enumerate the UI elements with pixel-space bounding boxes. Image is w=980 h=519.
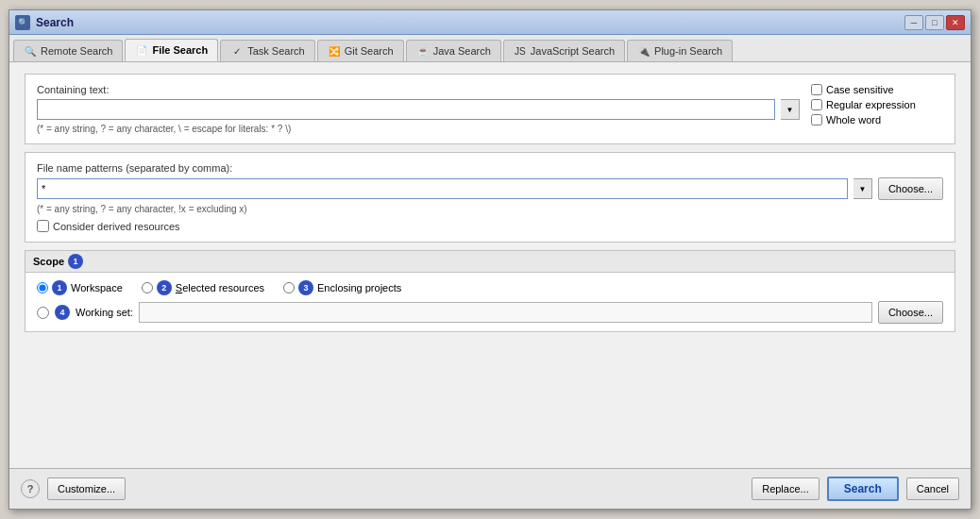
enclosing-projects-option[interactable]: 3 Enclosing projects <box>283 280 401 295</box>
javascript-search-icon: JS <box>514 44 527 58</box>
whole-word-checkbox[interactable] <box>811 114 822 126</box>
git-search-icon: 🔀 <box>328 44 341 58</box>
containing-text-input[interactable] <box>37 99 775 120</box>
scope-label: Scope <box>33 256 64 267</box>
case-sensitive-option[interactable]: Case sensitive <box>811 84 943 95</box>
file-name-group: File name patterns (separated by comma):… <box>25 152 955 243</box>
workspace-badge: 1 <box>52 280 67 295</box>
search-button[interactable]: Search <box>827 477 899 501</box>
close-button[interactable]: ✕ <box>946 15 965 30</box>
remote-search-icon: 🔍 <box>24 44 37 58</box>
case-sensitive-label: Case sensitive <box>826 84 894 95</box>
cancel-button[interactable]: Cancel <box>906 477 959 500</box>
tab-task-search[interactable]: ✓ Task Search <box>220 40 315 61</box>
task-search-icon: ✓ <box>230 44 244 58</box>
case-sensitive-checkbox[interactable] <box>811 84 822 95</box>
scope-badge: 1 <box>68 254 83 269</box>
maximize-button[interactable]: □ <box>925 15 944 30</box>
tabs-bar: 🔍 Remote Search 📄 File Search ✓ Task Sea… <box>9 35 971 62</box>
tab-javascript-search-label: JavaScript Search <box>531 45 615 57</box>
minimize-button[interactable]: ─ <box>904 15 923 30</box>
file-name-hint: (* = any string, ? = any character, !x =… <box>37 204 943 214</box>
main-content: Containing text: ▼ (* = any string, ? = … <box>9 62 971 468</box>
regular-expression-option[interactable]: Regular expression <box>811 99 943 110</box>
selected-radio[interactable] <box>142 282 153 293</box>
containing-text-hint: (* = any string, ? = any character, \ = … <box>37 124 800 134</box>
file-search-icon: 📄 <box>135 43 148 57</box>
consider-derived-checkbox[interactable] <box>37 220 49 232</box>
working-set-radio[interactable] <box>37 307 49 319</box>
selected-badge: 2 <box>157 280 172 295</box>
file-name-choose-button[interactable]: Choose... <box>878 177 943 200</box>
workspace-option[interactable]: 1 Workspace <box>37 280 123 295</box>
tab-java-search[interactable]: ☕ Java Search <box>406 40 501 61</box>
scope-section: Scope 1 1 Workspace 2 Selected resources <box>25 250 955 332</box>
working-set-choose-button[interactable]: Choose... <box>878 301 943 324</box>
whole-word-label: Whole word <box>826 114 881 126</box>
tab-javascript-search[interactable]: JS JavaScript Search <box>503 40 625 61</box>
bottom-bar: ? Customize... Replace... Search Cancel <box>9 468 971 509</box>
containing-left: Containing text: ▼ (* = any string, ? = … <box>37 84 800 134</box>
window-title: Search <box>36 16 904 29</box>
titlebar: 🔍 Search ─ □ ✕ <box>9 10 971 35</box>
containing-row: Containing text: ▼ (* = any string, ? = … <box>37 84 943 134</box>
workspace-label: Workspace <box>71 282 123 293</box>
tab-task-search-label: Task Search <box>247 45 305 57</box>
tab-file-search[interactable]: 📄 File Search <box>125 39 218 61</box>
tab-plugin-search-label: Plug-in Search <box>654 45 722 57</box>
working-set-label: Working set: <box>76 307 133 318</box>
containing-text-input-row: ▼ <box>37 99 800 120</box>
scope-header: Scope 1 <box>25 251 955 273</box>
enclosing-projects-label: Enclosing projects <box>317 282 401 293</box>
plugin-search-icon: 🔌 <box>637 44 651 58</box>
containing-text-label: Containing text: <box>37 84 800 95</box>
selected-resources-option[interactable]: 2 Selected resources <box>142 280 264 295</box>
working-set-row: 4 Working set: Choose... <box>37 301 943 324</box>
working-set-badge: 4 <box>55 305 70 320</box>
tab-java-search-label: Java Search <box>433 45 491 57</box>
file-name-input[interactable] <box>37 178 848 199</box>
tab-file-search-label: File Search <box>152 44 208 56</box>
file-name-label: File name patterns (separated by comma): <box>37 162 943 174</box>
working-set-input[interactable] <box>139 302 872 323</box>
tab-remote-search[interactable]: 🔍 Remote Search <box>13 40 123 61</box>
consider-derived-row: Consider derived resources <box>37 220 943 232</box>
tab-git-search[interactable]: 🔀 Git Search <box>317 40 404 61</box>
consider-derived-label: Consider derived resources <box>53 221 180 232</box>
whole-word-option[interactable]: Whole word <box>811 114 943 126</box>
tab-remote-search-label: Remote Search <box>41 45 112 57</box>
customize-button[interactable]: Customize... <box>47 477 126 500</box>
regular-expression-checkbox[interactable] <box>811 99 822 110</box>
containing-text-dropdown[interactable]: ▼ <box>781 99 800 120</box>
file-name-dropdown[interactable]: ▼ <box>853 178 872 199</box>
help-button[interactable]: ? <box>21 479 40 498</box>
text-options: Case sensitive Regular expression Whole … <box>811 84 943 126</box>
containing-text-group: Containing text: ▼ (* = any string, ? = … <box>25 74 955 144</box>
regular-expression-label: Regular expression <box>826 99 916 110</box>
scope-body: 1 Workspace 2 Selected resources 3 Enclo… <box>25 273 955 331</box>
search-dialog: 🔍 Search ─ □ ✕ 🔍 Remote Search 📄 File Se… <box>8 9 972 510</box>
titlebar-buttons: ─ □ ✕ <box>904 15 965 30</box>
enclosing-radio[interactable] <box>283 282 295 293</box>
window-icon: 🔍 <box>15 15 30 30</box>
java-search-icon: ☕ <box>416 44 430 58</box>
tab-plugin-search[interactable]: 🔌 Plug-in Search <box>627 40 733 61</box>
tab-git-search-label: Git Search <box>345 45 394 57</box>
selected-resources-label: Selected resources <box>176 282 264 293</box>
enclosing-badge: 3 <box>298 280 313 295</box>
scope-options-row: 1 Workspace 2 Selected resources 3 Enclo… <box>37 280 943 295</box>
file-name-input-row: ▼ Choose... <box>37 177 943 200</box>
replace-button[interactable]: Replace... <box>752 477 819 500</box>
workspace-radio[interactable] <box>37 282 48 293</box>
